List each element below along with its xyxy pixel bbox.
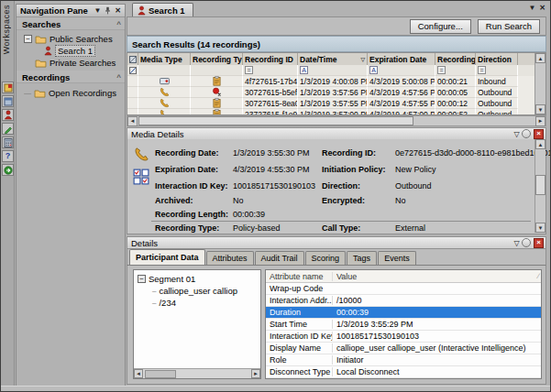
attribute-row[interactable]: Disconnect TypeLocal Disconnect [266, 366, 541, 378]
attribute-row[interactable]: RoleInitiator [266, 354, 541, 366]
tab-attributes[interactable]: Attributes [206, 251, 254, 265]
column-header-date-time[interactable]: Date/Time▽ [298, 53, 368, 65]
close-icon[interactable]: ✕ [113, 5, 123, 16]
tree-item-segment[interactable]: − Segment 01 [138, 273, 260, 285]
searches-group-label: Searches [22, 19, 61, 29]
filter-icon[interactable]: ▽ [512, 238, 522, 248]
scroll-left-icon[interactable]: ◄ [127, 116, 138, 126]
scrollbar-thumb[interactable] [145, 370, 176, 378]
row-selector-icon[interactable] [127, 53, 138, 65]
searches-group-header[interactable]: Searches ^ [17, 17, 125, 30]
attribute-row[interactable]: Display Namecalliope_user calliope_user … [266, 343, 541, 354]
scroll-right-icon[interactable]: ► [251, 369, 260, 378]
attribute-table: ∕ Attribute name Value Wrap-up Code Inte… [265, 269, 542, 379]
tree-item-public-searches[interactable]: − Public Searches [24, 33, 125, 45]
attribute-row[interactable]: Interaction Addr.../10000 [266, 295, 541, 307]
vertical-scrollbar[interactable]: ▲ ▼ [534, 139, 545, 233]
result-row[interactable]: 23727615-f1e9-... 1/3/2019 3:57:00 PM 4/… [127, 109, 534, 115]
recordings-group-header[interactable]: Recordings ^ [17, 71, 125, 83]
filter-icon[interactable]: ▽ [512, 129, 522, 139]
pin-icon[interactable] [522, 129, 531, 138]
configure-button[interactable]: Configure... [410, 19, 471, 34]
workspaces-strip: Workspaces ? [1, 1, 15, 391]
tab-audit-trail[interactable]: Audit Trail [255, 251, 304, 265]
main-area: Search 1 ▼ ✕ Configure... Run Search Sea… [127, 2, 548, 386]
tab-events[interactable]: Events [378, 251, 416, 265]
result-row[interactable]: 30727615-b5ef-... 1/3/2019 3:57:56 PM 4/… [127, 87, 534, 98]
column-header-recording-length[interactable]: Recording Le [435, 53, 476, 65]
tab-close-icon[interactable]: ✕ [539, 4, 545, 12]
field-recording-date: Recording Date:1/3/2019 3:55:30 PM [155, 148, 311, 159]
scroll-down-icon[interactable]: ▼ [535, 104, 545, 114]
attributes-grid-icon [133, 169, 149, 185]
tree-item-participant[interactable]: – calliope_user calliop [138, 285, 260, 297]
filter-recording-length[interactable]: = [435, 65, 476, 76]
filter-recording-type[interactable] [191, 65, 243, 76]
pin-icon[interactable] [103, 5, 113, 16]
attribute-row[interactable]: Wrap-up Code [266, 283, 541, 295]
column-header-expiration-date[interactable]: Expiration Date [368, 53, 435, 65]
tree-item-open-recordings[interactable]: — Open Recordings [24, 87, 125, 99]
tab-scoring[interactable]: Scoring [305, 251, 347, 265]
column-header-recording-id[interactable]: Recording ID [243, 53, 298, 65]
private-searches-label: Private Searches [50, 58, 116, 68]
scroll-down-icon[interactable]: ▼ [535, 223, 545, 233]
application-window: Workspaces ? Navigation Pane ▼ ✕ Searche… [0, 0, 551, 392]
clear-filter-icon[interactable] [127, 65, 138, 76]
notebook-icon[interactable] [2, 82, 14, 93]
expander-icon[interactable]: − [24, 35, 32, 43]
close-icon[interactable]: × [534, 238, 544, 248]
scroll-up-icon[interactable]: ▲ [535, 53, 545, 63]
tree-item-extension[interactable]: – /234 [138, 297, 260, 309]
run-search-button[interactable]: Run Search [478, 19, 540, 34]
tree-item-private-searches[interactable]: Private Searches [24, 57, 125, 69]
column-header-value[interactable]: Value [332, 272, 541, 281]
column-header-direction[interactable]: Direction [476, 53, 518, 65]
filter-direction[interactable]: = [476, 65, 518, 76]
panel-icon[interactable] [2, 95, 14, 107]
filter-date-time[interactable]: A [298, 65, 368, 76]
horizontal-scrollbar[interactable]: ◄ ► [134, 368, 260, 378]
filter-recording-id[interactable]: = [243, 65, 298, 76]
filter-media-type[interactable] [138, 65, 191, 76]
horizontal-scrollbar[interactable]: ◄ ► [127, 115, 546, 126]
phone-icon [138, 87, 191, 98]
go-icon[interactable] [2, 164, 14, 176]
scrollbar-thumb[interactable] [138, 116, 413, 125]
tab-menu-icon[interactable]: ▼ [528, 4, 535, 12]
attribute-row[interactable]: Interaction ID Key100185171530190103 [266, 331, 541, 343]
policy-recording-icon [191, 109, 243, 115]
filter-expiration-date[interactable]: A [368, 65, 435, 76]
collapse-icon[interactable]: ^ [116, 20, 121, 28]
result-row[interactable]: 4f727615-17b4-... 1/3/2019 4:00:08 PM 4/… [127, 76, 534, 87]
column-header-recording-type[interactable]: Recording Type [191, 53, 243, 65]
navigation-pane-header: Navigation Pane ▼ ✕ [17, 5, 125, 17]
tree-item-search-1[interactable]: Search 1 [24, 45, 125, 57]
field-recording-id: Recording ID:0e727615-d3d0-d000-8110-e98… [322, 148, 542, 159]
scroll-right-icon[interactable]: ► [535, 116, 545, 126]
expander-icon[interactable]: − [138, 275, 146, 283]
folder-icon [34, 89, 46, 98]
attribute-row-selected[interactable]: Duration00:00:39 [266, 307, 541, 319]
column-header-media-type[interactable]: Media Type [138, 53, 191, 65]
help-icon[interactable]: ? [2, 150, 14, 162]
segment-tree: − Segment 01 – calliope_user calliop – /… [133, 269, 261, 379]
close-icon[interactable]: × [534, 129, 544, 139]
scroll-left-icon[interactable]: ◄ [134, 369, 143, 378]
pin-icon[interactable] [522, 238, 531, 247]
collapse-icon[interactable]: ^ [116, 73, 121, 82]
column-header-attribute-name[interactable]: Attribute name [266, 272, 332, 281]
pencil-icon[interactable] [2, 123, 14, 135]
person-icon[interactable] [2, 109, 14, 121]
tab-search-1[interactable]: Search 1 [132, 3, 193, 16]
scrollbar-thumb[interactable] [535, 175, 545, 195]
vertical-scrollbar[interactable]: ▲ ▼ [534, 53, 545, 114]
result-row[interactable]: 30727615-8ea0-... 1/3/2019 3:57:55 PM 4/… [127, 98, 534, 109]
scroll-up-icon[interactable]: ▲ [535, 139, 545, 149]
pane-menu-icon[interactable]: ▼ [93, 5, 103, 16]
attribute-row[interactable]: Start Time1/3/2019 3:55:29 PM [266, 319, 541, 331]
edit-icon[interactable]: ∕ [538, 272, 539, 280]
calculator-icon[interactable] [2, 136, 14, 148]
tab-participant-data[interactable]: Participant Data [129, 249, 205, 265]
tab-tags[interactable]: Tags [347, 251, 377, 265]
